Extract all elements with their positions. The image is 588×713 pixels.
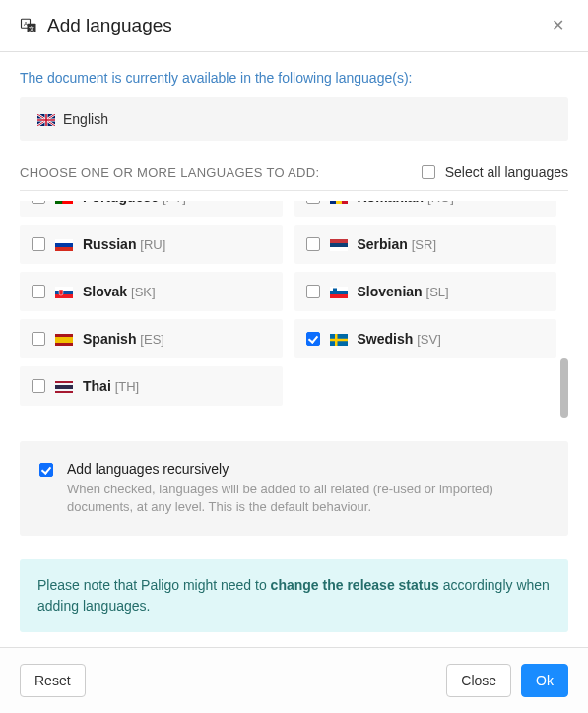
language-code: [ES]	[140, 332, 164, 347]
language-code: [SK]	[131, 285, 156, 299]
language-name: Portuguese	[83, 201, 159, 205]
recursive-option[interactable]: Add languages recursively When checked, …	[20, 441, 568, 536]
svg-rect-12	[55, 243, 73, 247]
flag-gb-icon	[37, 113, 55, 125]
language-checkbox[interactable]	[32, 201, 45, 204]
flag-rs-icon	[330, 238, 348, 250]
language-name: Russian	[83, 236, 136, 252]
svg-rect-20	[330, 287, 348, 291]
recursive-title: Add languages recursively	[67, 461, 549, 477]
language-code: [PT]	[163, 201, 186, 205]
svg-text:文: 文	[29, 25, 34, 32]
flag-sk-icon	[55, 286, 73, 297]
svg-rect-23	[333, 289, 337, 292]
svg-rect-14	[330, 239, 348, 243]
svg-rect-28	[330, 339, 348, 342]
dialog-footer: Reset Close Ok	[0, 647, 588, 713]
translate-icon: A 文	[20, 17, 37, 34]
language-item-es[interactable]: Spanish [ES]	[20, 319, 283, 358]
language-item-ro[interactable]: Romanian [RO]	[294, 201, 557, 217]
language-checkbox[interactable]	[306, 201, 320, 204]
language-checkbox[interactable]	[32, 285, 45, 298]
svg-rect-15	[330, 243, 348, 247]
release-status-note: Please note that Paligo might need to ch…	[20, 559, 568, 632]
current-language-row: English	[20, 97, 568, 141]
language-checkbox[interactable]	[306, 285, 320, 298]
flag-si-icon	[330, 286, 348, 297]
language-checkbox[interactable]	[306, 332, 320, 346]
svg-rect-19	[55, 294, 73, 298]
ok-button[interactable]: Ok	[521, 664, 568, 697]
flag-ru-icon	[55, 238, 73, 250]
language-checkbox[interactable]	[306, 237, 320, 251]
svg-rect-22	[330, 294, 348, 298]
dialog-header: A 文 Add languages ✕	[0, 0, 588, 52]
recursive-desc: When checked, languages will be added to…	[67, 481, 549, 516]
language-name: Slovenian	[358, 284, 423, 299]
language-name: Serbian	[358, 236, 408, 252]
flag-se-icon	[330, 333, 348, 345]
language-code: [TH]	[115, 379, 140, 394]
language-item-sl[interactable]: Slovenian [SL]	[294, 272, 557, 311]
language-code: [SL]	[426, 285, 449, 299]
language-list: Portuguese [PT] Romanian [RO] Russian [R…	[20, 201, 568, 418]
language-item-sv[interactable]: Swedish [SV]	[294, 319, 557, 358]
language-code: [RU]	[140, 237, 165, 252]
language-code: [SV]	[417, 332, 441, 347]
svg-rect-25	[55, 337, 73, 343]
select-all-languages[interactable]: Select all languages	[422, 164, 568, 180]
svg-rect-21	[330, 291, 348, 294]
language-item-sk[interactable]: Slovak [SK]	[20, 272, 283, 311]
svg-rect-9	[336, 201, 342, 204]
language-code: [RO]	[427, 201, 454, 205]
svg-rect-13	[55, 247, 73, 251]
language-name: Swedish	[358, 331, 414, 347]
svg-rect-6	[55, 201, 62, 204]
flag-ro-icon	[330, 201, 348, 203]
language-code: [SR]	[412, 237, 436, 252]
language-item-pt[interactable]: Portuguese [PT]	[20, 201, 283, 217]
svg-rect-17	[55, 287, 73, 291]
language-checkbox[interactable]	[32, 379, 45, 393]
select-all-checkbox[interactable]	[422, 165, 435, 179]
scrollbar[interactable]	[560, 201, 568, 418]
current-language-name: English	[63, 111, 108, 127]
language-name: Thai	[83, 378, 111, 394]
choose-label: CHOOSE ONE OR MORE LANGUAGES TO ADD:	[20, 165, 422, 180]
svg-rect-18	[55, 291, 73, 294]
reset-button[interactable]: Reset	[20, 664, 86, 697]
svg-rect-31	[55, 385, 73, 389]
svg-text:A: A	[24, 21, 28, 27]
svg-rect-16	[330, 247, 348, 251]
language-item-sr[interactable]: Serbian [SR]	[294, 225, 557, 264]
close-icon[interactable]: ✕	[548, 14, 568, 37]
close-button[interactable]: Close	[446, 664, 511, 697]
svg-rect-8	[330, 201, 336, 204]
language-name: Romanian	[358, 201, 425, 205]
svg-rect-11	[55, 239, 73, 243]
language-checkbox[interactable]	[32, 237, 45, 251]
intro-text: The document is currently available in t…	[20, 70, 568, 86]
flag-pt-icon	[55, 201, 73, 203]
select-all-label: Select all languages	[445, 164, 568, 180]
language-item-th[interactable]: Thai [TH]	[20, 366, 283, 406]
dialog-title: Add languages	[47, 15, 548, 36]
flag-th-icon	[55, 380, 73, 392]
language-checkbox[interactable]	[32, 332, 45, 346]
language-name: Spanish	[83, 331, 136, 347]
language-item-ru[interactable]: Russian [RU]	[20, 225, 283, 264]
recursive-checkbox[interactable]	[39, 463, 53, 477]
scrollbar-thumb[interactable]	[560, 358, 568, 418]
language-name: Slovak	[83, 284, 127, 299]
svg-rect-10	[342, 201, 348, 204]
flag-es-icon	[55, 333, 73, 345]
